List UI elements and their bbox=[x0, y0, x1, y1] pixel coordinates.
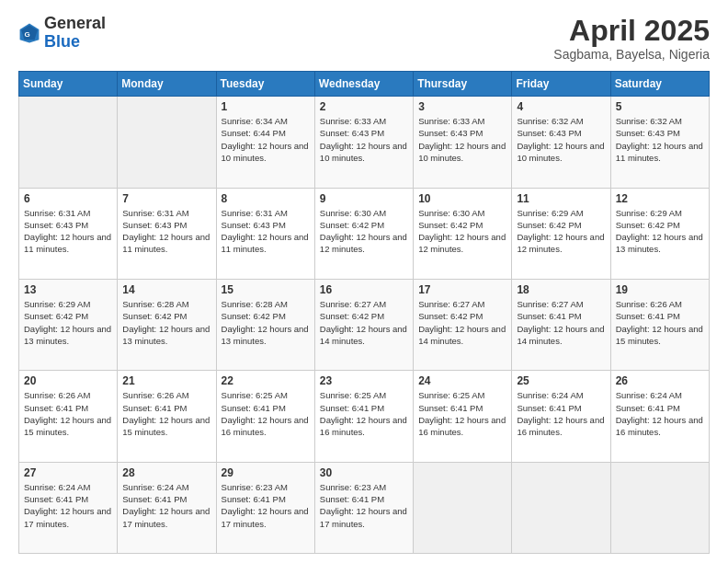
day-info: Sunrise: 6:26 AM Sunset: 6:41 PM Dayligh… bbox=[24, 389, 112, 438]
day-number: 26 bbox=[616, 374, 704, 387]
day-info: Sunrise: 6:28 AM Sunset: 6:42 PM Dayligh… bbox=[222, 298, 310, 347]
col-thursday: Thursday bbox=[414, 72, 512, 97]
day-info: Sunrise: 6:33 AM Sunset: 6:43 PM Dayligh… bbox=[320, 115, 408, 164]
svg-text:G: G bbox=[24, 30, 29, 39]
day-cell: 24Sunrise: 6:25 AM Sunset: 6:41 PM Dayli… bbox=[414, 371, 512, 462]
day-cell: 16Sunrise: 6:27 AM Sunset: 6:42 PM Dayli… bbox=[314, 279, 413, 370]
day-number: 11 bbox=[517, 192, 605, 205]
day-cell: 18Sunrise: 6:27 AM Sunset: 6:41 PM Dayli… bbox=[512, 279, 610, 370]
day-number: 16 bbox=[320, 283, 408, 296]
day-number: 29 bbox=[222, 466, 310, 479]
day-number: 6 bbox=[24, 192, 112, 205]
day-info: Sunrise: 6:31 AM Sunset: 6:43 PM Dayligh… bbox=[122, 207, 210, 256]
day-info: Sunrise: 6:27 AM Sunset: 6:42 PM Dayligh… bbox=[418, 298, 506, 347]
week-row-4: 20Sunrise: 6:26 AM Sunset: 6:41 PM Dayli… bbox=[19, 371, 710, 462]
day-info: Sunrise: 6:28 AM Sunset: 6:42 PM Dayligh… bbox=[122, 298, 210, 347]
day-cell: 7Sunrise: 6:31 AM Sunset: 6:43 PM Daylig… bbox=[118, 188, 216, 279]
day-number: 13 bbox=[24, 283, 112, 296]
day-number: 5 bbox=[616, 100, 704, 113]
day-cell: 17Sunrise: 6:27 AM Sunset: 6:42 PM Dayli… bbox=[414, 279, 512, 370]
day-info: Sunrise: 6:26 AM Sunset: 6:41 PM Dayligh… bbox=[616, 298, 704, 347]
day-number: 24 bbox=[418, 374, 506, 387]
header: G General Blue April 2025 Sagbama, Bayel… bbox=[18, 15, 710, 62]
day-number: 12 bbox=[616, 192, 704, 205]
day-cell bbox=[118, 97, 216, 188]
day-cell: 8Sunrise: 6:31 AM Sunset: 6:43 PM Daylig… bbox=[216, 188, 314, 279]
week-row-2: 6Sunrise: 6:31 AM Sunset: 6:43 PM Daylig… bbox=[19, 188, 710, 279]
day-number: 1 bbox=[222, 100, 310, 113]
subtitle: Sagbama, Bayelsa, Nigeria bbox=[553, 47, 710, 62]
day-number: 23 bbox=[320, 374, 408, 387]
day-info: Sunrise: 6:23 AM Sunset: 6:41 PM Dayligh… bbox=[320, 481, 408, 530]
day-cell: 9Sunrise: 6:30 AM Sunset: 6:42 PM Daylig… bbox=[314, 188, 413, 279]
day-cell: 12Sunrise: 6:29 AM Sunset: 6:42 PM Dayli… bbox=[610, 188, 709, 279]
day-cell: 26Sunrise: 6:24 AM Sunset: 6:41 PM Dayli… bbox=[610, 371, 709, 462]
logo-icon: G bbox=[18, 22, 40, 44]
calendar-body: 1Sunrise: 6:34 AM Sunset: 6:44 PM Daylig… bbox=[19, 97, 710, 554]
logo-text: General Blue bbox=[44, 15, 106, 52]
day-info: Sunrise: 6:24 AM Sunset: 6:41 PM Dayligh… bbox=[24, 481, 112, 530]
day-number: 7 bbox=[122, 192, 210, 205]
day-number: 3 bbox=[418, 100, 506, 113]
day-cell: 3Sunrise: 6:33 AM Sunset: 6:43 PM Daylig… bbox=[414, 97, 512, 188]
day-info: Sunrise: 6:34 AM Sunset: 6:44 PM Dayligh… bbox=[222, 115, 310, 164]
day-cell: 4Sunrise: 6:32 AM Sunset: 6:43 PM Daylig… bbox=[512, 97, 610, 188]
day-cell: 20Sunrise: 6:26 AM Sunset: 6:41 PM Dayli… bbox=[19, 371, 118, 462]
day-number: 2 bbox=[320, 100, 408, 113]
day-cell: 30Sunrise: 6:23 AM Sunset: 6:41 PM Dayli… bbox=[314, 462, 413, 553]
day-cell: 14Sunrise: 6:28 AM Sunset: 6:42 PM Dayli… bbox=[118, 279, 216, 370]
day-cell: 13Sunrise: 6:29 AM Sunset: 6:42 PM Dayli… bbox=[19, 279, 118, 370]
day-info: Sunrise: 6:25 AM Sunset: 6:41 PM Dayligh… bbox=[418, 389, 506, 438]
day-info: Sunrise: 6:30 AM Sunset: 6:42 PM Dayligh… bbox=[418, 207, 506, 256]
day-info: Sunrise: 6:23 AM Sunset: 6:41 PM Dayligh… bbox=[222, 481, 310, 530]
day-number: 10 bbox=[418, 192, 506, 205]
day-cell bbox=[414, 462, 512, 553]
day-number: 4 bbox=[517, 100, 605, 113]
day-number: 17 bbox=[418, 283, 506, 296]
day-info: Sunrise: 6:29 AM Sunset: 6:42 PM Dayligh… bbox=[517, 207, 605, 256]
day-cell: 28Sunrise: 6:24 AM Sunset: 6:41 PM Dayli… bbox=[118, 462, 216, 553]
day-info: Sunrise: 6:29 AM Sunset: 6:42 PM Dayligh… bbox=[616, 207, 704, 256]
page: G General Blue April 2025 Sagbama, Bayel… bbox=[0, 0, 728, 563]
day-number: 8 bbox=[222, 192, 310, 205]
day-info: Sunrise: 6:24 AM Sunset: 6:41 PM Dayligh… bbox=[122, 481, 210, 530]
day-cell: 21Sunrise: 6:26 AM Sunset: 6:41 PM Dayli… bbox=[118, 371, 216, 462]
day-info: Sunrise: 6:33 AM Sunset: 6:43 PM Dayligh… bbox=[418, 115, 506, 164]
day-number: 25 bbox=[517, 374, 605, 387]
day-cell: 11Sunrise: 6:29 AM Sunset: 6:42 PM Dayli… bbox=[512, 188, 610, 279]
col-saturday: Saturday bbox=[610, 72, 709, 97]
week-row-1: 1Sunrise: 6:34 AM Sunset: 6:44 PM Daylig… bbox=[19, 97, 710, 188]
day-number: 27 bbox=[24, 466, 112, 479]
day-info: Sunrise: 6:24 AM Sunset: 6:41 PM Dayligh… bbox=[616, 389, 704, 438]
title-block: April 2025 Sagbama, Bayelsa, Nigeria bbox=[553, 15, 710, 62]
day-info: Sunrise: 6:27 AM Sunset: 6:42 PM Dayligh… bbox=[320, 298, 408, 347]
day-info: Sunrise: 6:25 AM Sunset: 6:41 PM Dayligh… bbox=[222, 389, 310, 438]
day-cell: 23Sunrise: 6:25 AM Sunset: 6:41 PM Dayli… bbox=[314, 371, 413, 462]
day-info: Sunrise: 6:27 AM Sunset: 6:41 PM Dayligh… bbox=[517, 298, 605, 347]
day-number: 20 bbox=[24, 374, 112, 387]
calendar-header: Sunday Monday Tuesday Wednesday Thursday… bbox=[19, 72, 710, 97]
header-row: Sunday Monday Tuesday Wednesday Thursday… bbox=[19, 72, 710, 97]
main-title: April 2025 bbox=[553, 15, 710, 47]
logo: G General Blue bbox=[18, 15, 106, 52]
day-number: 28 bbox=[122, 466, 210, 479]
day-cell: 22Sunrise: 6:25 AM Sunset: 6:41 PM Dayli… bbox=[216, 371, 314, 462]
week-row-3: 13Sunrise: 6:29 AM Sunset: 6:42 PM Dayli… bbox=[19, 279, 710, 370]
week-row-5: 27Sunrise: 6:24 AM Sunset: 6:41 PM Dayli… bbox=[19, 462, 710, 553]
day-info: Sunrise: 6:31 AM Sunset: 6:43 PM Dayligh… bbox=[24, 207, 112, 256]
day-info: Sunrise: 6:32 AM Sunset: 6:43 PM Dayligh… bbox=[517, 115, 605, 164]
day-cell: 25Sunrise: 6:24 AM Sunset: 6:41 PM Dayli… bbox=[512, 371, 610, 462]
day-cell: 10Sunrise: 6:30 AM Sunset: 6:42 PM Dayli… bbox=[414, 188, 512, 279]
day-info: Sunrise: 6:31 AM Sunset: 6:43 PM Dayligh… bbox=[222, 207, 310, 256]
day-cell: 2Sunrise: 6:33 AM Sunset: 6:43 PM Daylig… bbox=[314, 97, 413, 188]
day-number: 9 bbox=[320, 192, 408, 205]
calendar-table: Sunday Monday Tuesday Wednesday Thursday… bbox=[18, 71, 710, 554]
day-cell: 1Sunrise: 6:34 AM Sunset: 6:44 PM Daylig… bbox=[216, 97, 314, 188]
day-cell bbox=[19, 97, 118, 188]
day-cell bbox=[610, 462, 709, 553]
day-number: 18 bbox=[517, 283, 605, 296]
day-info: Sunrise: 6:25 AM Sunset: 6:41 PM Dayligh… bbox=[320, 389, 408, 438]
day-info: Sunrise: 6:32 AM Sunset: 6:43 PM Dayligh… bbox=[616, 115, 704, 164]
col-wednesday: Wednesday bbox=[314, 72, 413, 97]
day-number: 22 bbox=[222, 374, 310, 387]
